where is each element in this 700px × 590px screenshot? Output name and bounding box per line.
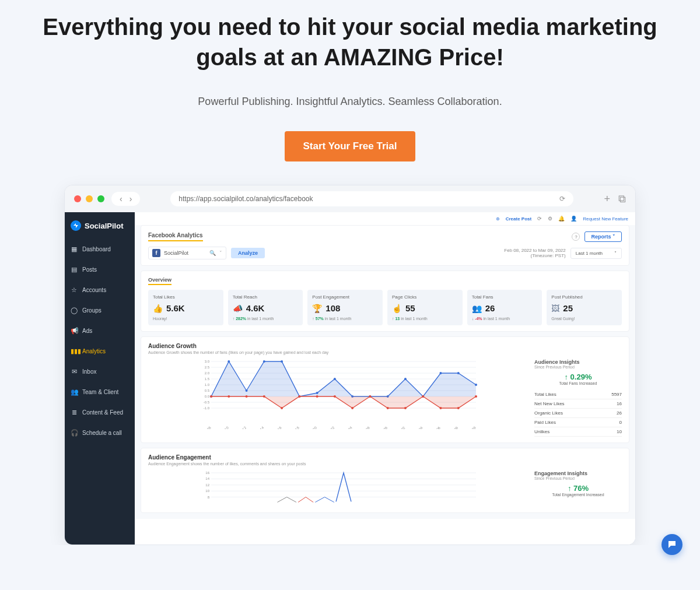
audience-insights: Audience Insights Since Previous Period … (534, 359, 622, 437)
tabs-icon[interactable]: ⧉ (618, 193, 626, 205)
sidebar-item-dashboard[interactable]: ▦Dashboard (65, 239, 135, 259)
card-value: 5.6K (166, 303, 185, 313)
svg-point-58 (316, 395, 318, 398)
reload-icon[interactable]: ⟳ (559, 195, 565, 203)
posts-icon: ▤ (71, 266, 78, 273)
sidebar-item-label: Groups (82, 307, 102, 314)
sidebar-item-posts[interactable]: ▤Posts (65, 259, 135, 280)
topbar: ⊕ Create Post ⟳ ⚙ 🔔 👤 Request New Featur… (135, 212, 635, 225)
chevron-down-icon: ˅ (612, 234, 615, 240)
chat-fab[interactable] (662, 534, 682, 545)
period-select[interactable]: Last 1 month˅ (570, 248, 622, 259)
analyze-button[interactable]: Analyze (231, 248, 265, 258)
svg-text:8: 8 (208, 496, 210, 499)
chevron-down-icon[interactable]: ˅ (219, 250, 222, 256)
dashboard-icon: ▦ (71, 245, 78, 253)
fans-increased-label: Total Fans Increased (534, 381, 622, 385)
bell-icon[interactable]: 🔔 (558, 216, 565, 222)
sidebar-item-label: Dashboard (82, 246, 111, 252)
sidebar-item-ads[interactable]: 📢Ads (65, 321, 135, 341)
svg-text:2022-02-22: 2022-02-22 (320, 426, 335, 429)
sidebar-item-team-client[interactable]: 👥Team & Client (65, 382, 135, 402)
minimize-icon[interactable] (86, 195, 93, 202)
accounts-icon: ☆ (71, 286, 78, 294)
stat-card-post-engagement: Post Engagement 🏆108 ↑ 57% in last 1 mon… (307, 290, 383, 325)
svg-point-46 (404, 378, 407, 380)
svg-text:2.0: 2.0 (205, 371, 210, 375)
maximize-icon[interactable] (97, 195, 104, 202)
search-icon[interactable]: 🔍 (209, 250, 216, 256)
back-icon[interactable]: ‹ (116, 194, 126, 203)
svg-text:2022-02-24: 2022-02-24 (338, 426, 353, 429)
account-selector[interactable]: f SocialPilot 🔍 ˅ (148, 247, 226, 259)
sidebar-item-content-feed[interactable]: ≣Content & Feed (65, 402, 135, 423)
refresh-icon[interactable]: ⟳ (537, 216, 542, 222)
ins-row-paid-likes: Paid Likes0 (534, 418, 622, 427)
address-bar[interactable]: https://app.socialpilot.co/analytics/fac… (170, 191, 573, 206)
svg-text:1.0: 1.0 (205, 383, 210, 387)
card-icon: 🖼 (551, 304, 559, 313)
sidebar-item-analytics[interactable]: ▮▮▮Analytics (65, 341, 135, 361)
logo[interactable]: SocialPilot (65, 212, 135, 239)
request-feature-link[interactable]: Request New Feature (583, 216, 628, 222)
reports-button[interactable]: Reports ˅ (584, 231, 622, 242)
ins-row-net-new-likes: Net New Likes16 (534, 399, 622, 409)
schedule-a-call-icon: 🎧 (71, 429, 78, 437)
svg-text:2022-02-20: 2022-02-20 (302, 426, 317, 429)
add-tab-icon[interactable]: + (604, 193, 610, 205)
insights-sub: Since Previous Period (534, 365, 622, 369)
svg-text:2022-02-16: 2022-02-16 (267, 426, 282, 429)
account-name: SocialPilot (164, 250, 188, 256)
svg-point-39 (281, 360, 283, 363)
sidebar-item-label: Inbox (82, 368, 96, 375)
card-icon: 👥 (472, 304, 482, 313)
insights-title: Audience Insights (534, 359, 622, 365)
svg-point-48 (439, 372, 442, 374)
audience-growth-panel: Audience Growth Audience Growth shows th… (141, 336, 629, 443)
svg-text:2022-02-14: 2022-02-14 (250, 426, 265, 429)
hero-subtext: Powerful Publishing. Insightful Analytic… (23, 96, 677, 108)
inbox-icon: ✉ (71, 368, 78, 375)
svg-text:16: 16 (205, 471, 209, 475)
forward-icon[interactable]: › (126, 194, 136, 203)
card-title: Post Published (551, 294, 617, 300)
create-post-button[interactable]: Create Post (506, 216, 531, 222)
close-icon[interactable] (74, 195, 81, 202)
cta-button[interactable]: Start Your Free Trial (285, 131, 416, 161)
svg-text:2022-02-28: 2022-02-28 (373, 426, 388, 429)
page-title: Facebook Analytics (148, 232, 203, 241)
user-icon[interactable]: 👤 (570, 216, 577, 222)
svg-point-55 (263, 395, 265, 398)
analytics-header: Facebook Analytics ? Reports ˅ f SocialP… (141, 225, 629, 266)
svg-text:0.0: 0.0 (205, 395, 210, 398)
card-sub: ↑ 13 in last 1 month (392, 317, 458, 321)
hero-heading: Everything you need to hit your social m… (23, 12, 677, 72)
gear-icon[interactable]: ⚙ (548, 216, 552, 222)
ins-row-total-likes: Total Likes5597 (534, 390, 622, 399)
analytics-icon: ▮▮▮ (71, 347, 78, 355)
svg-point-59 (334, 395, 336, 398)
card-sub: Great Going! (551, 317, 617, 321)
help-icon[interactable]: ? (572, 233, 580, 241)
content-feed-icon: ≣ (71, 409, 78, 416)
engagement-insights: Engagement Insights Since Previous Perio… (534, 470, 622, 507)
sidebar-item-inbox[interactable]: ✉Inbox (65, 361, 135, 382)
sidebar-item-groups[interactable]: ◯Groups (65, 300, 135, 321)
sidebar-item-accounts[interactable]: ☆Accounts (65, 280, 135, 300)
svg-text:0.5: 0.5 (205, 389, 210, 392)
logo-icon (71, 220, 81, 231)
sidebar-item-label: Team & Client (82, 389, 118, 395)
create-post-add-icon[interactable]: ⊕ (496, 216, 500, 222)
facebook-icon: f (152, 249, 160, 257)
svg-point-60 (351, 407, 354, 409)
eng-pct-label: Total Engagement Increased (534, 493, 622, 497)
svg-text:2022-02-18: 2022-02-18 (285, 426, 300, 429)
fans-increased-pct: ↑ 0.29% (534, 373, 622, 381)
card-value: 26 (485, 303, 495, 313)
stat-card-total-fans: Total Fans 👥26 ↓ -4% in last 1 month (467, 290, 542, 325)
eng-insights-sub: Since Previous Period (534, 476, 622, 480)
svg-text:-1.0: -1.0 (204, 406, 210, 410)
sidebar-item-schedule-a-call[interactable]: 🎧Schedule a call (65, 423, 135, 443)
svg-text:2022-03-09: 2022-03-09 (461, 426, 477, 429)
card-icon: 🏆 (312, 304, 322, 313)
